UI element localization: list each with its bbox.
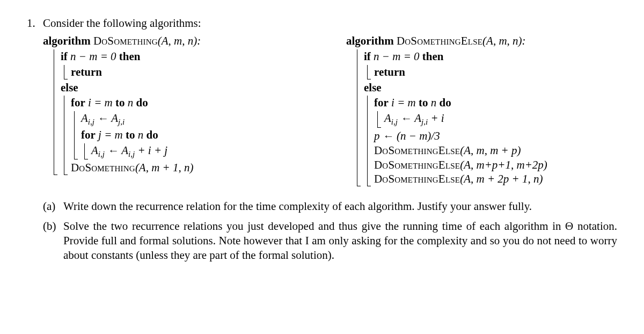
- algo1-for-j-body: Ai,j ← Ai,j + i + j: [84, 143, 314, 160]
- subparts: (a) Write down the recurrence relation f…: [43, 199, 617, 263]
- part-a: (a) Write down the recurrence relation f…: [43, 199, 617, 214]
- algo2-rec3: DoSomethingElse(A, m + 2p + 1, n): [374, 172, 617, 186]
- algorithm-dosomethingelse: algorithm DoSomethingElse(A, m, n): if n…: [346, 34, 617, 187]
- algo2-else: else: [364, 81, 382, 94]
- part-a-label: (a): [43, 199, 63, 214]
- problem-body: Consider the following algorithms: algor…: [43, 16, 617, 268]
- algo1-rec-call: DoSomething(A, m + 1, n): [71, 161, 314, 175]
- algorithm-dosomething: algorithm DoSomething(A, m, n): if n − m…: [43, 34, 314, 187]
- algo2-else-body: for i = m to n do Ai,j ← Aj,i + i p ← (n…: [367, 96, 617, 186]
- algo1-body: if n − m = 0 then return else for i = m …: [54, 49, 314, 175]
- algo2-then-body: return: [367, 65, 617, 79]
- algo2-for-i-body: Ai,j ← Aj,i + i: [377, 111, 617, 128]
- intro-text: Consider the following algorithms:: [43, 16, 617, 31]
- algo2-for-i: for i = m to n do: [374, 96, 617, 110]
- algo2-return: return: [374, 66, 405, 78]
- part-b-text: Solve the two recurrence relations you j…: [63, 219, 617, 263]
- algo2-p-assign: p ← (n − m)/3: [374, 129, 617, 143]
- algo1-assign1: Ai,j ← Aj,i: [81, 111, 314, 128]
- algo2-rec2: DoSomethingElse(A, m+p+1, m+2p): [374, 158, 617, 172]
- algo2-body: if n − m = 0 then return else for i = m …: [357, 49, 617, 187]
- algo1-if: if n − m = 0 then: [61, 49, 314, 64]
- algo1-else: else: [61, 81, 78, 94]
- algo2-if: if n − m = 0 then: [364, 49, 617, 64]
- problem-number: 1.: [27, 16, 43, 268]
- algo1-else-body: for i = m to n do Ai,j ← Aj,i for j = m …: [64, 96, 314, 175]
- algo1-then-body: return: [64, 65, 314, 79]
- algo1-for-i: for i = m to n do: [71, 96, 314, 110]
- algorithms-row: algorithm DoSomething(A, m, n): if n − m…: [43, 34, 617, 187]
- part-a-text: Write down the recurrence relation for t…: [63, 199, 617, 214]
- part-b-label: (b): [43, 219, 63, 263]
- part-b: (b) Solve the two recurrence relations y…: [43, 219, 617, 263]
- algo2-rec1: DoSomethingElse(A, m, m + p): [374, 143, 617, 158]
- algo1-header: algorithm DoSomething(A, m, n):: [43, 34, 314, 48]
- algo1-for-j: for j = m to n do: [81, 128, 314, 142]
- algo1-return: return: [71, 66, 102, 78]
- algo2-assign1: Ai,j ← Aj,i + i: [384, 111, 617, 128]
- algo2-header: algorithm DoSomethingElse(A, m, n):: [346, 34, 617, 48]
- algo1-for-i-body: Ai,j ← Aj,i for j = m to n do Ai,j ← Ai,…: [74, 111, 314, 159]
- algo1-assign2: Ai,j ← Ai,j + i + j: [91, 143, 314, 160]
- problem-1: 1. Consider the following algorithms: al…: [27, 16, 617, 268]
